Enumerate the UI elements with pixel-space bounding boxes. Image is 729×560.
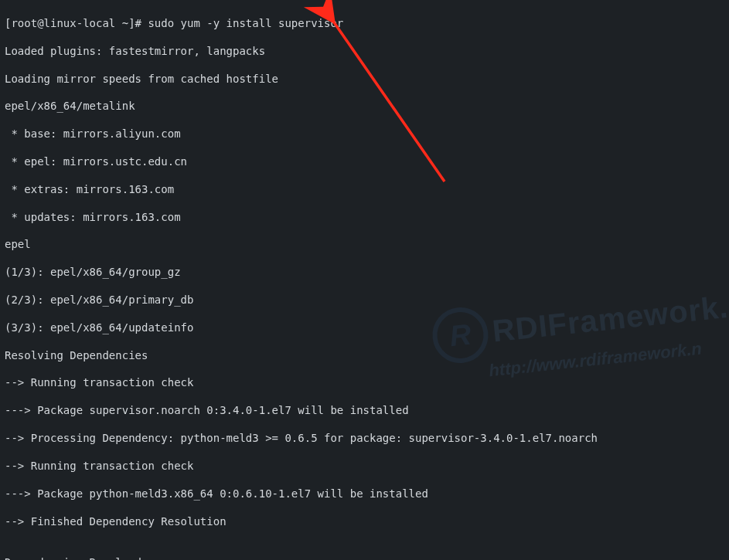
output-line: epel: [5, 238, 724, 252]
output-line: epel/x86_64/metalink: [5, 100, 724, 114]
output-line: Resolving Dependencies: [5, 349, 724, 363]
output-line: --> Running transaction check: [5, 460, 724, 473]
output-line: * base: mirrors.aliyun.com: [5, 127, 724, 141]
output-line: Loading mirror speeds from cached hostfi…: [5, 73, 724, 87]
output-line: --> Running transaction check: [5, 376, 724, 390]
output-line: ---> Package supervisor.noarch 0:3.4.0-1…: [5, 404, 724, 418]
output-line: * extras: mirrors.163.com: [5, 183, 724, 197]
output-line: * epel: mirrors.ustc.edu.cn: [5, 155, 724, 169]
output-line: Loaded plugins: fastestmirror, langpacks: [5, 45, 724, 59]
output-line: --> Finished Dependency Resolution: [5, 515, 724, 529]
output-line: (3/3): epel/x86_64/updateinfo: [5, 321, 724, 335]
output-line: --> Processing Dependency: python-meld3 …: [5, 432, 724, 446]
output-line: (2/3): epel/x86_64/primary_db: [5, 294, 724, 307]
shell-prompt-line: [root@linux-local ~]# sudo yum -y instal…: [5, 17, 724, 31]
output-line: (1/3): epel/x86_64/group_gz: [5, 266, 724, 280]
output-line: ---> Package python-meld3.x86_64 0:0.6.1…: [5, 487, 724, 501]
output-line: Dependencies Resolved: [5, 556, 724, 560]
output-line: * updates: mirrors.163.com: [5, 211, 724, 225]
terminal-output: [root@linux-local ~]# sudo yum -y instal…: [0, 0, 729, 560]
